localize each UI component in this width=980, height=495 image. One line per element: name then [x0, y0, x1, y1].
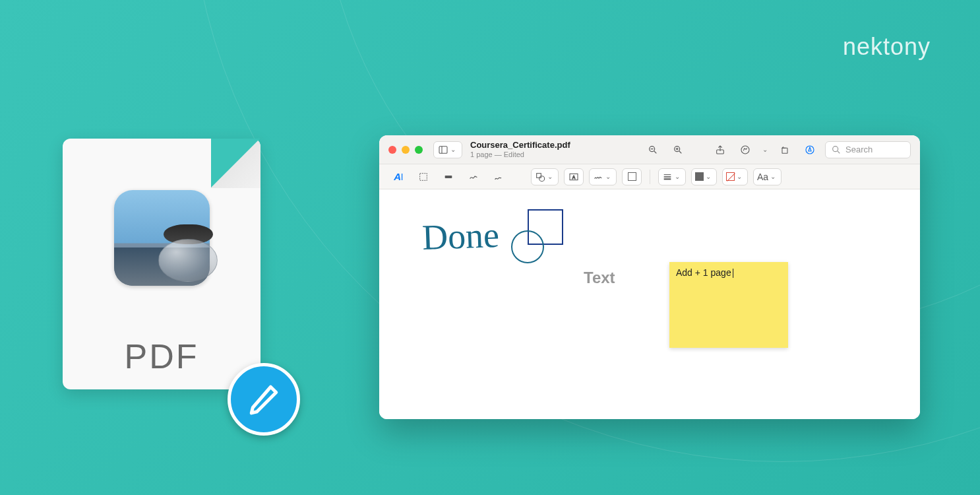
markup-toolbar: A| ⌄ A ⌄ ⌄: [379, 164, 920, 189]
chevron-down-icon: ⌄: [448, 146, 458, 153]
pdf-file-icon: PDF: [63, 139, 280, 416]
sticky-note-annotation[interactable]: Add + 1 page: [669, 262, 788, 348]
circle-shape-annotation[interactable]: [511, 230, 544, 263]
text-style-button[interactable]: A|: [388, 168, 408, 185]
svg-point-18: [539, 176, 545, 181]
document-title-block: Coursera_Certificate.pdf 1 page — Edited: [470, 141, 570, 158]
zoom-in-button[interactable]: [668, 141, 688, 158]
search-icon: [831, 145, 842, 155]
sketch-button[interactable]: [464, 168, 483, 185]
rotate-button[interactable]: [775, 141, 795, 158]
document-canvas[interactable]: Done Text Add + 1 page: [379, 189, 920, 419]
edit-badge-icon: [228, 363, 300, 436]
border-color-button[interactable]: ⌄: [691, 168, 717, 185]
sign-button[interactable]: ⌄: [589, 168, 617, 185]
document-title: Coursera_Certificate.pdf: [470, 141, 570, 150]
loupe-icon: [155, 224, 221, 297]
font-button[interactable]: Aa⌄: [753, 168, 781, 185]
svg-rect-17: [537, 173, 541, 178]
file-page: PDF: [63, 139, 260, 389]
close-button[interactable]: [388, 146, 396, 154]
fill-color-button[interactable]: ⌄: [722, 168, 748, 185]
document-subtitle: 1 page — Edited: [470, 150, 570, 158]
window-traffic-lights: [388, 146, 423, 154]
svg-line-3: [654, 151, 656, 153]
redact-button[interactable]: [439, 168, 458, 185]
text-annotation[interactable]: Text: [584, 269, 615, 287]
search-placeholder: Search: [845, 145, 873, 154]
note-button[interactable]: [622, 168, 642, 185]
window-titlebar: ⌄ Coursera_Certificate.pdf 1 page — Edit…: [379, 135, 920, 164]
line-style-button[interactable]: ⌄: [658, 168, 686, 185]
svg-line-6: [679, 151, 681, 153]
handwriting-annotation[interactable]: Done: [421, 214, 500, 258]
page-fold-corner: [211, 139, 260, 188]
selection-tool-button[interactable]: [413, 168, 433, 185]
svg-rect-0: [439, 146, 447, 153]
text-box-button[interactable]: A: [564, 168, 584, 185]
preview-window: ⌄ Coursera_Certificate.pdf 1 page — Edit…: [379, 135, 920, 419]
svg-text:A: A: [572, 174, 576, 179]
svg-rect-11: [782, 148, 787, 153]
share-button[interactable]: [710, 141, 730, 158]
highlighter-button[interactable]: [800, 141, 820, 158]
svg-point-10: [741, 146, 749, 154]
chevron-down-icon: ⌄: [760, 146, 770, 153]
toolbar-divider: [650, 170, 650, 184]
svg-rect-15: [420, 173, 427, 180]
svg-rect-16: [445, 176, 452, 178]
zoom-out-button[interactable]: [643, 141, 663, 158]
svg-point-13: [833, 146, 838, 151]
shapes-button[interactable]: ⌄: [531, 168, 559, 185]
markup-toggle-button[interactable]: [735, 141, 755, 158]
search-field[interactable]: Search: [825, 141, 911, 158]
brand-logo: nektony: [843, 33, 931, 61]
sidebar-toggle-button[interactable]: ⌄: [433, 141, 462, 158]
minimize-button[interactable]: [402, 146, 410, 154]
maximize-button[interactable]: [415, 146, 423, 154]
file-type-label: PDF: [63, 337, 260, 376]
draw-button[interactable]: [489, 168, 508, 185]
svg-line-14: [838, 151, 840, 153]
